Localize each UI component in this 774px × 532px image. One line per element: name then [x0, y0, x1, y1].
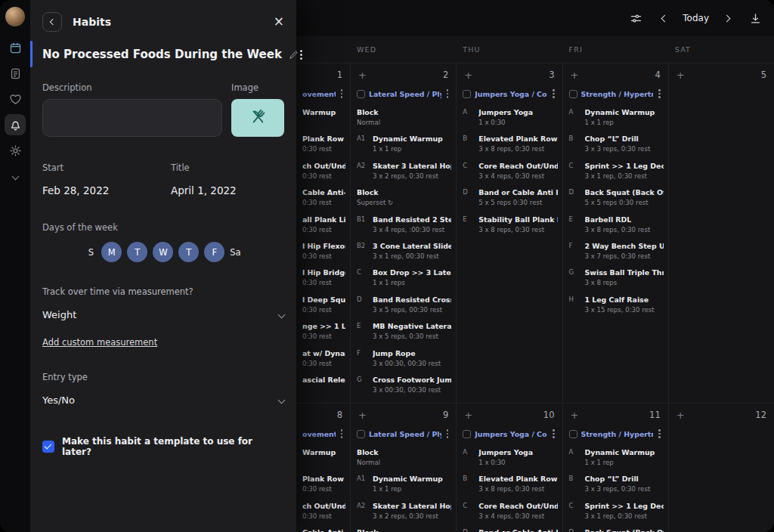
- close-icon[interactable]: ×: [274, 15, 284, 28]
- kebab-menu-icon[interactable]: [339, 428, 345, 439]
- habit-menu-icon[interactable]: [299, 49, 304, 60]
- workout-entry[interactable]: CCore Reach Out/Under3 x 4 reps, 0:30 re…: [457, 499, 562, 525]
- day-toggle-w-3[interactable]: W: [153, 242, 173, 262]
- workout-entry[interactable]: GCross Footwork Jump Rope3 x 00:30, 00:3…: [351, 373, 456, 399]
- add-event-button[interactable]: +: [676, 410, 685, 420]
- bell-icon[interactable]: [5, 114, 26, 135]
- workout-entry[interactable]: BlockSuperset ↻: [351, 525, 456, 532]
- workout-checkbox[interactable]: [357, 90, 365, 98]
- workout-entry[interactable]: BElevated Plank Row3 x 8 reps, 0:30 rest: [457, 472, 562, 498]
- add-event-button[interactable]: +: [571, 70, 579, 80]
- next-week-button[interactable]: [724, 16, 729, 21]
- add-event-button[interactable]: +: [358, 410, 367, 420]
- workout-checkbox[interactable]: [569, 430, 577, 438]
- workout-entry[interactable]: DBack Squat (Back Off Set)5 x 5 reps 0:3…: [563, 185, 668, 212]
- workout-entry[interactable]: ascial Release C...: [296, 373, 350, 399]
- workout-entry[interactable]: ADynamic Warmup1 x 1 rep: [563, 445, 668, 472]
- workout-entry[interactable]: ch Out/Under0:30 rest: [296, 499, 350, 525]
- workout-entry[interactable]: H1 Leg Calf Raise3 x 15 reps, 0:30 rest: [563, 292, 668, 319]
- today-button[interactable]: Today: [683, 13, 709, 23]
- description-input[interactable]: [42, 99, 222, 137]
- end-date-value[interactable]: April 1, 2022: [171, 184, 299, 196]
- add-event-button[interactable]: +: [571, 410, 579, 420]
- workout-entry[interactable]: A2Skater 3 Lateral Hops >> ...3 x 2 reps…: [351, 159, 456, 185]
- workout-entry[interactable]: CSprint >> 1 Leg Declarations3 x 1 rep, …: [563, 499, 668, 525]
- workout-entry[interactable]: A2Skater 3 Lateral Hops >> ...3 x 2 reps…: [351, 499, 456, 525]
- kebab-menu-icon[interactable]: [445, 428, 450, 439]
- day-toggle-t-2[interactable]: T: [127, 242, 147, 262]
- edit-icon[interactable]: [289, 50, 299, 60]
- workout-entry[interactable]: Plank Row0:30 rest: [296, 131, 350, 158]
- kebab-menu-icon[interactable]: [445, 88, 450, 99]
- workout-entry[interactable]: DBand or Cable Anti Rotati...5 x 5 reps …: [457, 525, 562, 532]
- calendar-icon[interactable]: [5, 37, 26, 58]
- add-event-button[interactable]: +: [464, 410, 472, 420]
- add-event-button[interactable]: +: [358, 70, 367, 80]
- kebab-menu-icon[interactable]: [657, 428, 662, 439]
- workout-entry[interactable]: BElevated Plank Row3 x 8 reps, 0:30 rest: [457, 131, 562, 158]
- gear-icon[interactable]: [5, 140, 26, 161]
- workout-header[interactable]: ovement Q...: [302, 428, 344, 440]
- workout-entry[interactable]: AJumpers Yoga1 x 0:30: [457, 105, 562, 131]
- day-toggle-sa-6[interactable]: Sa: [230, 242, 240, 262]
- workout-entry[interactable]: DBand or Cable Anti Rotati...5 x 5 reps …: [457, 185, 562, 212]
- workout-entry[interactable]: EMB Negative Lateral Hop...3 x 5 reps, 0…: [351, 319, 456, 345]
- template-checkbox[interactable]: [42, 441, 54, 453]
- workout-entry[interactable]: BlockNormal: [351, 105, 456, 131]
- workout-entry[interactable]: Cable Anti-Rotati...0:30 rest: [296, 185, 350, 212]
- kebab-menu-icon[interactable]: [657, 88, 662, 99]
- start-date-value[interactable]: Feb 28, 2022: [42, 184, 171, 196]
- chevron-down-icon[interactable]: [5, 165, 26, 187]
- workout-entry[interactable]: all Plank Linear ...0:30 rest: [296, 212, 350, 239]
- workout-entry[interactable]: at w/ Dynamic P...0:30 rest: [296, 346, 350, 373]
- workout-entry[interactable]: DBand Resisted Crossover...3 x 5 reps, 0…: [351, 292, 456, 319]
- workout-entry[interactable]: Plank Row0:30 rest: [296, 472, 350, 498]
- workout-entry[interactable]: ch Out/Under0:30 rest: [296, 159, 350, 185]
- workout-entry[interactable]: l Deep Squat Mo...0:30 rest: [296, 292, 350, 319]
- workout-entry[interactable]: ADynamic Warmup1 x 1 rep: [563, 105, 668, 131]
- workout-header[interactable]: Strength / Hypertro...: [569, 88, 662, 100]
- workout-entry[interactable]: A1Dynamic Warmup1 x 1 rep: [351, 472, 456, 498]
- workout-header[interactable]: Jumpers Yoga / Core: [463, 428, 556, 440]
- workout-checkbox[interactable]: [463, 430, 471, 438]
- workout-header[interactable]: ovement Q...: [302, 88, 344, 100]
- workout-entry[interactable]: BChop “L” Drill3 x 3 reps, 0:30 rest: [563, 472, 668, 498]
- add-event-button[interactable]: +: [676, 70, 685, 80]
- workout-checkbox[interactable]: [569, 90, 577, 98]
- workout-entry[interactable]: CCore Reach Out/Under3 x 4 reps, 0:30 re…: [457, 159, 562, 185]
- workout-entry[interactable]: l Hip Bridge w/ ...0:30 rest: [296, 265, 350, 292]
- user-avatar[interactable]: [5, 7, 25, 26]
- notes-icon[interactable]: [5, 63, 26, 84]
- workout-entry[interactable]: CSprint >> 1 Leg Declarations3 x 1 rep, …: [563, 159, 668, 185]
- workout-header[interactable]: Strength / Hypertro...: [569, 428, 662, 440]
- workout-entry[interactable]: B1Band Resisted 2 Step Late...3 x 4 reps…: [351, 212, 456, 239]
- workout-entry[interactable]: BlockSuperset ↻: [351, 185, 456, 212]
- workout-entry[interactable]: Warmup: [296, 445, 350, 472]
- day-toggle-t-4[interactable]: T: [178, 242, 199, 262]
- download-icon[interactable]: [749, 12, 762, 25]
- workout-header[interactable]: Lateral Speed / Plyo: [357, 428, 450, 440]
- day-toggle-s-0[interactable]: S: [85, 242, 96, 262]
- workout-entry[interactable]: B23 Cone Lateral Slide3 x 1 rep, 00:30 r…: [351, 239, 456, 265]
- workout-entry[interactable]: GSwiss Ball Triple Threat3 x 8 reps: [563, 265, 668, 292]
- entry-type-select[interactable]: Yes/No: [30, 394, 296, 406]
- measurement-select[interactable]: Weight: [30, 309, 296, 320]
- workout-header[interactable]: Lateral Speed / Plyo: [357, 88, 450, 100]
- workout-entry[interactable]: Cable Anti-Rotati...0:30 rest: [296, 525, 350, 532]
- heart-hands-icon[interactable]: [5, 88, 26, 110]
- workout-entry[interactable]: FJump Rope3 x 00:30, 00:30 rest: [351, 346, 456, 373]
- workout-entry[interactable]: EStability Ball Plank Linear ...3 x 8 re…: [457, 212, 562, 239]
- workout-entry[interactable]: nge >> 1 Leg St...0:30 rest: [296, 319, 350, 345]
- workout-checkbox[interactable]: [357, 430, 365, 438]
- kebab-menu-icon[interactable]: [551, 88, 556, 99]
- add-event-button[interactable]: +: [464, 70, 472, 80]
- workout-header[interactable]: Jumpers Yoga / Core: [463, 88, 556, 100]
- workout-entry[interactable]: AJumpers Yoga1 x 0:30: [457, 445, 562, 472]
- prev-week-button[interactable]: [662, 16, 667, 21]
- kebab-menu-icon[interactable]: [551, 428, 556, 439]
- workout-entry[interactable]: Warmup: [296, 105, 350, 131]
- workout-entry[interactable]: l Hip Flexor Rais...0:30 rest: [296, 239, 350, 265]
- workout-entry[interactable]: A1Dynamic Warmup1 x 1 rep: [351, 131, 456, 158]
- workout-entry[interactable]: DBack Squat (Back Off Set)5 x 5 reps 0:3…: [563, 525, 668, 532]
- workout-entry[interactable]: F2 Way Bench Step Up3 x 7 reps, 0:30 res…: [563, 239, 668, 265]
